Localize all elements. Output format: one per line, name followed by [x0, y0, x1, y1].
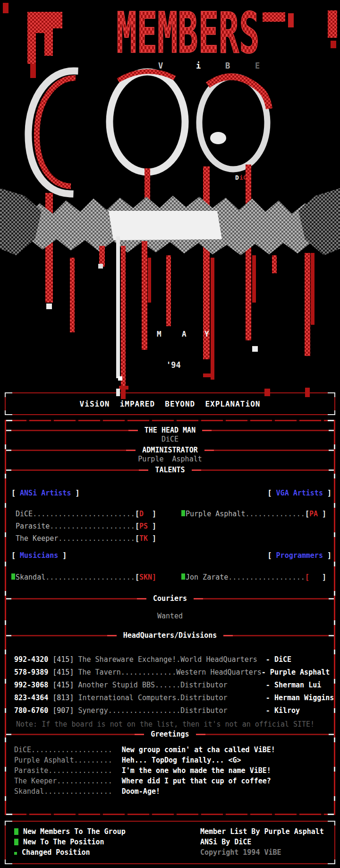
legend-marker-icon	[14, 828, 18, 835]
legend-marker-icon	[14, 839, 18, 845]
greeting-row: Skandal................Doom-Age!	[5, 786, 335, 797]
banner-corner	[328, 392, 335, 397]
svg-text:M: M	[157, 330, 162, 339]
ansi-artists-list: DiCE........................[D ] Parasit…	[11, 508, 181, 545]
credits: Member List By Purple Asphalt ANSi By Di…	[200, 826, 324, 858]
panel-border-left	[5, 420, 6, 815]
rule-line	[5, 469, 151, 471]
new-marker	[11, 573, 15, 580]
section-header-greetings: Greetings	[5, 729, 335, 739]
section-title: ADMINISTRATOR	[138, 446, 201, 454]
banner-corner	[328, 410, 335, 415]
legend-panel: New Members To The Group New To The Posi…	[5, 821, 335, 864]
board-row: 578-9389 [415] The Tavern.............We…	[5, 666, 335, 679]
greeting-row: Parasite...............I'm the one who m…	[5, 765, 335, 776]
group-label-ansi-artists: [ ANSi Artists ]	[11, 489, 80, 498]
year-label: '94	[166, 360, 181, 370]
member-list-panel: THE HEAD MAN DiCE ADMINISTRATOR Purple A…	[5, 420, 335, 815]
artist-signature: D iCE	[235, 174, 250, 181]
group-label-programmers: [ Programmers ]	[268, 551, 332, 561]
members-title: MEMBERS	[116, 0, 259, 66]
new-marker	[181, 510, 185, 516]
motto-text: ViSiON iMPARED BEYOND EXPLANATiON	[80, 399, 261, 408]
section-header-administrator: ADMINISTRATOR	[5, 445, 335, 455]
rule-line	[191, 598, 335, 599]
footer-corner	[5, 821, 12, 825]
section-title: Couriers	[149, 594, 191, 603]
banner-corner	[5, 410, 12, 415]
footer-corner	[328, 859, 335, 864]
rule-line	[5, 734, 147, 735]
svg-text:MEMBERS: MEMBERS	[116, 0, 259, 66]
vibe-letter-i: i	[196, 61, 201, 70]
rule-line	[202, 450, 335, 451]
greeting-row: The Keeper.............Where did I put t…	[5, 776, 335, 786]
blood-drip-overlay	[116, 389, 120, 396]
rule-line	[189, 469, 335, 471]
vibe-letter-e: E	[255, 61, 260, 70]
credit-row: Member List By Purple Asphalt	[200, 826, 324, 837]
board-row: 992-3068 [415] Another Stupid BBS......D…	[5, 679, 335, 692]
programmers-list: Jon Zarate..................[ ]	[181, 571, 335, 583]
vibe-letter-v: V	[158, 61, 163, 70]
skull-artwork: MEMBERS V i B E	[0, 0, 340, 391]
couriers-status: Wanted	[5, 612, 335, 622]
vga-artists-list: Purple Asphalt..............[PA ]	[181, 508, 335, 520]
member-row: The Keeper..................[TK ]	[11, 532, 181, 545]
board-row: 992-4320 [415] The Shareware Exchange!.W…	[5, 653, 335, 666]
blood-blob-top-left	[27, 12, 62, 78]
section-title: HeadQuarters/Divisions	[119, 631, 221, 640]
member-row: Skandal.....................[SKN]	[11, 571, 181, 583]
rule-line	[5, 635, 119, 636]
board-list: 992-4320 [415] The Shareware Exchange!.W…	[5, 653, 335, 717]
date-label: M A Y '94	[157, 330, 209, 370]
rule-line	[221, 635, 335, 636]
musicians-list: Skandal.....................[SKN]	[11, 571, 181, 583]
head-man-name: DiCE	[5, 435, 335, 445]
svg-text:A: A	[182, 330, 187, 339]
motto-banner: ViSiON iMPARED BEYOND EXPLANATiON	[5, 392, 335, 415]
blood-drip-overlay	[305, 388, 310, 397]
footer-corner	[5, 859, 12, 864]
talent-members-row-2: Skandal.....................[SKN] Jon Za…	[5, 571, 335, 583]
svg-text:iCE: iCE	[239, 174, 250, 181]
section-title: Greetings	[147, 730, 193, 738]
section-title: THE HEAD MAN	[141, 426, 199, 434]
rule-line	[5, 450, 138, 451]
panel-border-top	[5, 420, 335, 421]
member-row: Purple Asphalt..............[PA ]	[181, 508, 335, 520]
member-row: Jon Zarate..................[ ]	[181, 571, 335, 583]
section-title: TALENTS	[151, 466, 188, 474]
blood-drip-overlay	[121, 388, 126, 399]
board-row: 780-6760 [907] Synergy.................D…	[5, 704, 335, 717]
panel-border-right	[334, 420, 335, 815]
new-marker	[181, 573, 185, 580]
greeting-row: Purple Asphalt.........Heh... TopDog fin…	[5, 755, 335, 765]
section-header-talents: TALENTS	[5, 465, 335, 475]
group-label-vga-artists: [ VGA Artists ]	[268, 489, 332, 498]
section-header-headquarters: HeadQuarters/Divisions	[5, 631, 335, 640]
credit-row: Copyright 1994 ViBE	[200, 847, 324, 858]
greeting-row: DiCE...................New group comin' …	[5, 745, 335, 755]
vibe-letter-b: B	[225, 61, 230, 70]
talent-group-labels-row-1: [ ANSi Artists ] [ VGA Artists ]	[5, 489, 335, 498]
rule-line	[5, 430, 141, 431]
talent-group-labels-row-2: [ Musicians ] [ Programmers ]	[5, 551, 335, 561]
rule-line	[5, 598, 149, 599]
credit-row: ANSi By DiCE	[200, 837, 324, 847]
left-eye-shape	[28, 71, 76, 303]
svg-text:Y: Y	[204, 330, 209, 339]
talent-members-row-1: DiCE........................[D ] Parasit…	[5, 508, 335, 545]
footer-corner	[328, 821, 335, 825]
banner-corner	[5, 392, 12, 397]
legend-marker-icon	[14, 852, 17, 855]
greetings-list: DiCE...................New group comin' …	[5, 745, 335, 797]
group-label-musicians: [ Musicians ]	[11, 551, 67, 561]
ansi-member-list-page: MEMBERS V i B E	[0, 0, 340, 868]
rule-line	[199, 430, 335, 431]
panel-border-bottom	[5, 814, 335, 815]
left-wing	[0, 188, 42, 255]
section-header-head-man: THE HEAD MAN	[5, 425, 335, 435]
rule-line	[193, 734, 335, 735]
board-row: 823-4364 [813] International Computers.D…	[5, 692, 335, 704]
